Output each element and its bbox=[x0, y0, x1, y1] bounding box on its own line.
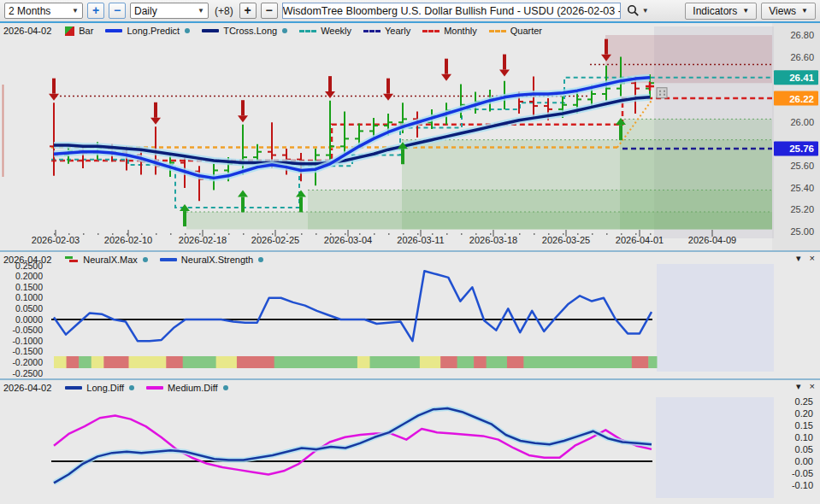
svg-text:0.2000: 0.2000 bbox=[15, 271, 43, 281]
range-select-value: 2 Months bbox=[9, 5, 50, 17]
svg-text:2026-02-03: 2026-02-03 bbox=[32, 235, 80, 245]
svg-text:26.80: 26.80 bbox=[790, 30, 814, 40]
interval-select-value: Daily bbox=[134, 5, 157, 17]
svg-text:0.1500: 0.1500 bbox=[15, 282, 43, 292]
range-select[interactable]: 2 Months ▼ bbox=[4, 3, 83, 19]
neuralx-legend: 2026-04-02 NeuralX.Max NeuralX.Strength bbox=[3, 255, 263, 265]
svg-text:26.41: 26.41 bbox=[789, 73, 814, 83]
svg-text:26.60: 26.60 bbox=[790, 52, 814, 62]
svg-text:2026-03-18: 2026-03-18 bbox=[469, 235, 517, 245]
svg-text:-0.0500: -0.0500 bbox=[12, 325, 43, 335]
svg-text:0.05: 0.05 bbox=[795, 444, 813, 454]
legend-item-tcross-long[interactable]: TCross.Long bbox=[202, 26, 287, 36]
chevron-down-icon: ▼ bbox=[642, 7, 649, 15]
toolbar: 2 Months ▼ + − Daily ▼ (+8) + − WisdomTr… bbox=[0, 0, 820, 23]
series-options-dot-icon[interactable] bbox=[223, 385, 228, 390]
line-swatch-icon bbox=[202, 29, 219, 32]
svg-text:-0.2500: -0.2500 bbox=[12, 368, 43, 378]
neuralx-panel: 2026-04-02 NeuralX.Max NeuralX.Strength … bbox=[0, 250, 820, 378]
line-swatch-icon bbox=[65, 386, 82, 390]
range-increase-button[interactable]: + bbox=[87, 3, 104, 19]
neuralx-chart[interactable]: 0.25000.20000.15000.10000.05000.0000-0.0… bbox=[0, 252, 820, 378]
collapse-panel-icon[interactable]: ▾ bbox=[796, 381, 801, 391]
dash-swatch-icon bbox=[299, 30, 316, 32]
search-icon[interactable] bbox=[627, 4, 640, 17]
legend-item-monthly[interactable]: Monthly bbox=[422, 26, 477, 36]
svg-text:2026-03-04: 2026-03-04 bbox=[324, 235, 372, 245]
collapse-panel-icon[interactable]: ▾ bbox=[796, 253, 801, 263]
svg-text:25.60: 25.60 bbox=[790, 161, 814, 171]
remove-future-bar-button[interactable]: − bbox=[261, 3, 278, 19]
chevron-down-icon: ▼ bbox=[198, 7, 204, 15]
main-legend: 2026-04-02 Bar Long.Predict TCross.Long … bbox=[3, 26, 542, 36]
symbol-title-box[interactable]: WisdomTree Bloomberg U.S. Dollar Bullish… bbox=[282, 3, 621, 19]
svg-text:0.25: 0.25 bbox=[795, 396, 813, 407]
line-swatch-icon bbox=[160, 258, 177, 261]
svg-text:0.0500: 0.0500 bbox=[15, 303, 43, 314]
add-future-bar-button[interactable]: + bbox=[239, 3, 257, 19]
svg-text:0.1000: 0.1000 bbox=[15, 292, 43, 302]
svg-text:2026-04-01: 2026-04-01 bbox=[616, 235, 664, 245]
svg-text:-0.2000: -0.2000 bbox=[12, 357, 43, 367]
chevron-down-icon: ▼ bbox=[72, 7, 79, 15]
svg-text:2026-03-11: 2026-03-11 bbox=[397, 235, 444, 245]
dash-swatch-icon bbox=[489, 30, 506, 32]
cursor-date-label: 2026-04-02 bbox=[3, 255, 51, 265]
series-options-dot-icon[interactable] bbox=[185, 28, 190, 33]
svg-text:2026-02-10: 2026-02-10 bbox=[104, 235, 152, 245]
chevron-down-icon: ▼ bbox=[801, 7, 808, 15]
charting-app: 2 Months ▼ + − Daily ▼ (+8) + − WisdomTr… bbox=[0, 0, 820, 504]
svg-text:25.40: 25.40 bbox=[790, 183, 814, 193]
legend-item-neuralx-max[interactable]: NeuralX.Max bbox=[65, 255, 148, 265]
interval-select[interactable]: Daily ▼ bbox=[130, 3, 209, 19]
svg-text:-0.10: -0.10 bbox=[792, 480, 813, 490]
line-swatch-icon bbox=[105, 29, 122, 32]
chevron-down-icon: ▼ bbox=[742, 7, 749, 15]
bar-series-icon bbox=[65, 26, 74, 36]
svg-text:25.20: 25.20 bbox=[790, 204, 814, 214]
svg-text:-0.05: -0.05 bbox=[792, 468, 813, 478]
main-price-panel: 2026-04-02 Bar Long.Predict TCross.Long … bbox=[0, 23, 820, 250]
close-panel-icon[interactable]: × bbox=[810, 253, 815, 263]
legend-item-long-predict[interactable]: Long.Predict bbox=[105, 26, 190, 36]
svg-text:2026-03-25: 2026-03-25 bbox=[542, 235, 590, 245]
line-swatch-icon bbox=[146, 386, 163, 390]
svg-text:25.00: 25.00 bbox=[790, 226, 814, 237]
svg-text:2026-02-25: 2026-02-25 bbox=[251, 235, 299, 245]
series-options-dot-icon[interactable] bbox=[129, 385, 134, 390]
svg-text:26.00: 26.00 bbox=[790, 117, 814, 127]
future-bars-label: (+8) bbox=[215, 5, 233, 17]
legend-item-bar[interactable]: Bar bbox=[65, 26, 93, 36]
indicators-button[interactable]: Indicators ▼ bbox=[685, 3, 757, 20]
legend-item-long-diff[interactable]: Long.Diff bbox=[65, 383, 134, 393]
close-panel-icon[interactable]: × bbox=[810, 381, 815, 391]
cursor-date-label: 2026-04-02 bbox=[3, 383, 51, 393]
main-price-chart[interactable]: 26.8026.6026.0025.6025.4025.2025.0026.41… bbox=[0, 23, 820, 250]
svg-text:2026-04-09: 2026-04-09 bbox=[688, 235, 736, 245]
diff-chart[interactable]: 0.250.200.150.100.050.00-0.05-0.10 bbox=[0, 380, 820, 504]
symbol-search[interactable]: ▼ bbox=[627, 4, 649, 17]
series-options-dot-icon[interactable] bbox=[143, 257, 148, 262]
legend-item-yearly[interactable]: Yearly bbox=[363, 26, 410, 36]
legend-item-quarter[interactable]: Quarter bbox=[489, 26, 542, 36]
svg-text:-0.1000: -0.1000 bbox=[12, 336, 43, 346]
svg-text:25.76: 25.76 bbox=[789, 144, 814, 154]
svg-text:0.0000: 0.0000 bbox=[15, 314, 43, 325]
range-decrease-button[interactable]: − bbox=[109, 3, 126, 19]
legend-item-weekly[interactable]: Weekly bbox=[299, 26, 351, 36]
svg-text:-0.1500: -0.1500 bbox=[12, 346, 43, 356]
svg-text:26.22: 26.22 bbox=[789, 94, 814, 104]
dash-swatch-icon bbox=[422, 30, 439, 32]
svg-text:0.00: 0.00 bbox=[795, 456, 813, 466]
svg-text:0.15: 0.15 bbox=[795, 420, 813, 431]
diff-legend: 2026-04-02 Long.Diff Medium.Diff bbox=[3, 383, 228, 393]
diff-panel-controls: ▾ × bbox=[796, 381, 815, 391]
views-button[interactable]: Views ▼ bbox=[761, 3, 816, 20]
legend-item-neuralx-strength[interactable]: NeuralX.Strength bbox=[160, 255, 263, 265]
svg-text:2026-02-18: 2026-02-18 bbox=[179, 235, 227, 245]
legend-item-medium-diff[interactable]: Medium.Diff bbox=[146, 383, 227, 393]
max-bars-swatch-icon bbox=[65, 255, 79, 264]
series-options-dot-icon[interactable] bbox=[258, 257, 263, 262]
series-options-dot-icon[interactable] bbox=[282, 28, 287, 33]
svg-text:0.10: 0.10 bbox=[795, 432, 813, 442]
